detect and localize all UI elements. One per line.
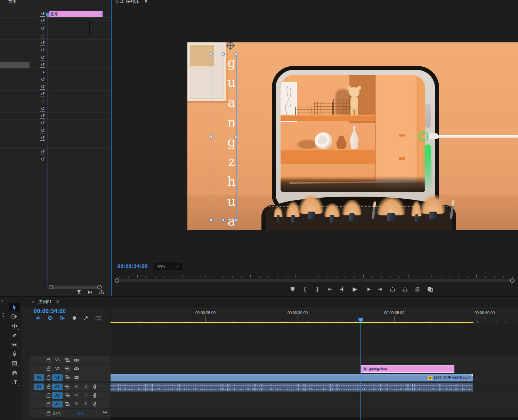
handle-top-right[interactable] xyxy=(234,52,237,56)
timeline-timecode[interactable]: 00:00:34:00 xyxy=(34,308,66,314)
track-lane-V2[interactable] xyxy=(111,365,518,373)
scroll-handle-right[interactable] xyxy=(510,278,515,283)
go-to-in-button[interactable]: ⇤ xyxy=(325,286,334,293)
selection-tool[interactable] xyxy=(9,303,19,311)
mark-in-button[interactable]: { xyxy=(300,286,309,292)
effect-row-reset[interactable]: ↺ xyxy=(0,83,111,90)
effect-row-reset[interactable]: ↺ xyxy=(0,25,111,32)
reset-parameter-icon[interactable]: ↺ xyxy=(40,149,45,155)
effect-row-reset-dim[interactable]: ↺ xyxy=(0,32,111,39)
track-select-forward-tool[interactable] xyxy=(9,312,19,321)
effect-row-reset[interactable]: ↺ xyxy=(0,10,111,17)
clip-audio-main[interactable] xyxy=(111,383,473,392)
toggle-track-output-eye-icon[interactable] xyxy=(74,376,79,380)
track-target-A2[interactable]: A2 xyxy=(52,392,63,399)
mute-button[interactable]: M xyxy=(75,385,78,388)
step-forward-button[interactable]: ▕▶ xyxy=(363,287,372,291)
effect-row-reset[interactable]: ↺ xyxy=(0,120,111,127)
lift-button[interactable] xyxy=(388,287,397,292)
reset-parameter-icon[interactable]: ↺ xyxy=(40,33,45,39)
reset-parameter-icon[interactable]: ↺ xyxy=(40,91,45,97)
toggle-track-output-eye-icon[interactable] xyxy=(74,367,79,372)
step-back-button[interactable]: ◀▏ xyxy=(338,287,347,291)
sync-lock-icon[interactable] xyxy=(65,367,70,372)
lock-icon[interactable] xyxy=(46,402,51,407)
handle-top-left[interactable] xyxy=(210,52,213,56)
program-scrollbar[interactable] xyxy=(115,279,515,282)
mute-button[interactable]: M xyxy=(75,402,78,406)
filter-icon[interactable] xyxy=(76,290,82,296)
clip-video-main[interactable]: fx样5片4K无水印版.mp4 xyxy=(111,374,473,381)
track-lane-A2[interactable] xyxy=(111,392,518,400)
zoom-handle-right[interactable] xyxy=(97,285,102,289)
timeline-menu-icon[interactable]: ≡ xyxy=(56,299,59,304)
track-target-V2[interactable]: V2 xyxy=(52,365,63,372)
mark-out-button[interactable]: } xyxy=(313,286,322,292)
effect-row-section[interactable]: ▲ xyxy=(0,68,111,76)
play-audio-icon[interactable] xyxy=(88,290,93,296)
effect-row-reset[interactable]: ↺ xyxy=(0,134,111,141)
reset-parameter-icon[interactable]: ↺ xyxy=(40,62,45,68)
keyframe-bowtie-icon[interactable]: ▶◀ xyxy=(103,411,106,414)
hand-tool[interactable] xyxy=(9,369,19,377)
timeline-tab-title[interactable]: 序列01 xyxy=(38,299,52,305)
effect-row-reset-dim[interactable]: ↺ xyxy=(0,98,111,105)
collapse-icon[interactable]: ▲ xyxy=(42,70,45,73)
anchor-point-icon[interactable] xyxy=(227,42,234,49)
reset-parameter-icon[interactable]: ↺ xyxy=(40,18,45,24)
track-target-A1[interactable]: A1 xyxy=(52,384,63,390)
program-timecode[interactable]: 00:00:34:00 xyxy=(118,263,148,269)
effect-playhead-line[interactable] xyxy=(48,10,48,289)
linked-selection-icon[interactable] xyxy=(60,316,65,322)
timeline-bottom-scrollbar[interactable] xyxy=(111,417,518,420)
reset-parameter-icon[interactable]: ↺ xyxy=(40,84,45,90)
sync-lock-icon[interactable] xyxy=(65,358,70,363)
effect-row-reset[interactable]: ↺ xyxy=(0,54,111,61)
effect-row-reset[interactable]: ↺ xyxy=(0,112,111,120)
panel-menu-icon[interactable]: ≡ xyxy=(145,0,147,4)
lock-icon[interactable] xyxy=(46,393,51,399)
overlay-vertical-text[interactable]: guangzhua xyxy=(221,53,242,230)
reset-parameter-icon[interactable]: ↺ xyxy=(40,11,45,17)
lock-icon[interactable] xyxy=(46,357,51,363)
track-lane-V3[interactable] xyxy=(111,356,518,364)
zoom-handle-left[interactable] xyxy=(49,285,53,289)
slip-tool[interactable] xyxy=(9,340,19,349)
effect-row-reset[interactable]: ↺ xyxy=(0,17,111,25)
reset-parameter-icon[interactable]: ↺ xyxy=(40,40,45,46)
track-target-V3[interactable]: V3 xyxy=(52,357,63,363)
solo-button[interactable]: S xyxy=(84,402,87,406)
insert-nest-icon[interactable] xyxy=(35,315,41,322)
reset-parameter-icon[interactable]: ↺ xyxy=(40,25,45,31)
reset-parameter-icon[interactable]: ↺ xyxy=(40,55,45,60)
reset-parameter-icon[interactable]: ↺ xyxy=(40,156,45,162)
reset-parameter-icon[interactable]: ↺ xyxy=(40,98,45,104)
handle-mid-left[interactable] xyxy=(210,135,213,139)
selected-value-field[interactable] xyxy=(0,62,30,68)
playhead-line[interactable] xyxy=(361,322,361,420)
lock-icon[interactable] xyxy=(46,366,51,372)
rectangle-tool[interactable] xyxy=(9,359,19,368)
master-volume-value[interactable]: 0.0 xyxy=(78,411,83,415)
sync-lock-icon[interactable] xyxy=(65,385,70,390)
go-to-out-button[interactable]: ⇥ xyxy=(375,286,385,293)
voiceover-mic-icon[interactable] xyxy=(93,393,97,399)
extract-button[interactable] xyxy=(400,287,410,292)
reset-parameter-icon[interactable]: ↺ xyxy=(40,120,45,126)
track-lane-A3[interactable] xyxy=(111,400,518,408)
effect-row-reset[interactable]: ↺ xyxy=(0,127,111,134)
program-mini-ruler[interactable] xyxy=(115,275,515,278)
handle-bottom-left[interactable] xyxy=(210,219,213,222)
timeline-settings-wrench-icon[interactable] xyxy=(83,315,89,322)
sync-lock-icon[interactable] xyxy=(65,375,70,380)
handle-bottom-mid[interactable] xyxy=(222,219,225,222)
pen-tool[interactable] xyxy=(9,350,19,358)
sync-lock-icon[interactable] xyxy=(65,393,70,398)
scroll-handle-left[interactable] xyxy=(115,278,119,283)
program-video-viewport[interactable]: guangzhua xyxy=(187,42,518,230)
handle-bottom-right[interactable] xyxy=(234,219,237,222)
timeline-ruler[interactable]: 00:00:25:0000:00:30:0000:00:35:0000:00:4… xyxy=(111,307,518,324)
comparison-view-button[interactable] xyxy=(426,287,435,292)
lock-icon[interactable] xyxy=(46,375,51,381)
track-target-V1[interactable]: V1 xyxy=(52,374,63,381)
